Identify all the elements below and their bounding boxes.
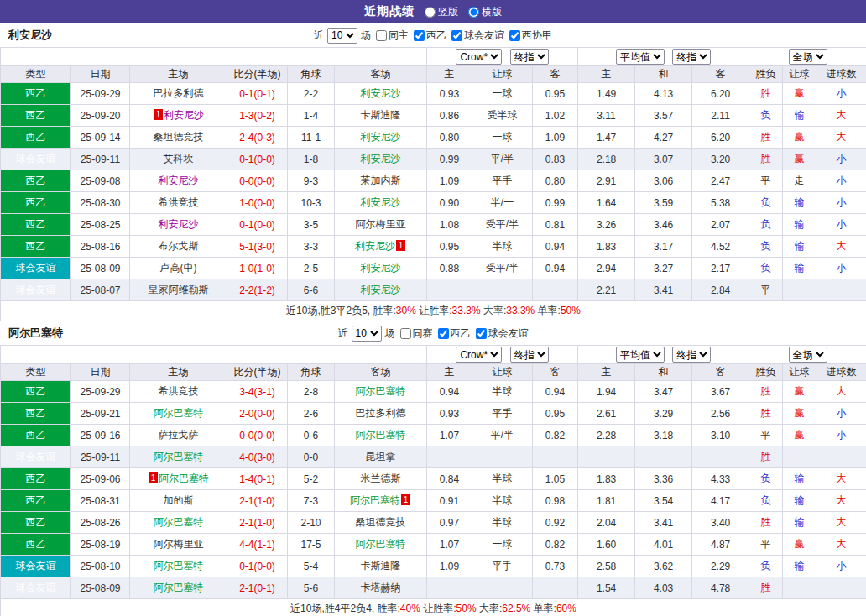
average-controls: 平均值 终指 bbox=[578, 48, 749, 66]
odds-home-cell: 1.07 bbox=[427, 534, 472, 556]
team-link[interactable]: 希洪竞技 bbox=[159, 385, 199, 397]
team-link[interactable]: 利安尼沙 bbox=[361, 262, 401, 274]
team-link[interactable]: 阿尔巴塞特 bbox=[356, 385, 406, 397]
team-link[interactable]: 皇家阿维勒斯 bbox=[149, 284, 209, 295]
date-cell: 25-09-20 bbox=[71, 105, 130, 127]
filter-checkbox[interactable]: 西乙 bbox=[438, 326, 471, 341]
result-cell: 平 bbox=[749, 534, 783, 556]
team-link[interactable]: 布尔戈斯 bbox=[159, 240, 199, 252]
team-link[interactable]: 阿尔巴塞特 bbox=[154, 582, 204, 593]
odds-company-select[interactable]: Crow* bbox=[456, 347, 502, 363]
team-link[interactable]: 阿尔巴塞特 bbox=[356, 538, 406, 550]
team-link[interactable]: 巴拉多利德 bbox=[154, 87, 204, 99]
checkbox-input[interactable] bbox=[451, 30, 462, 41]
checkbox-input[interactable] bbox=[476, 328, 487, 339]
team-link[interactable]: 阿尔巴塞特 bbox=[356, 429, 406, 441]
recent-count-select[interactable]: 10 bbox=[352, 326, 382, 342]
team-link[interactable]: 巴拉多利德 bbox=[356, 407, 406, 419]
team-link[interactable]: 利安尼沙 bbox=[159, 175, 199, 186]
final-odds-select[interactable]: 终指 bbox=[672, 347, 711, 363]
horizontal-layout-radio[interactable] bbox=[468, 7, 479, 18]
recent-count-select[interactable]: 10 bbox=[327, 28, 357, 44]
checkbox-input[interactable] bbox=[400, 328, 411, 339]
team-link[interactable]: 阿尔巴塞特 bbox=[154, 560, 204, 572]
team-link[interactable]: 利安尼沙 bbox=[164, 109, 204, 121]
team-link[interactable]: 萨拉戈萨 bbox=[159, 429, 199, 441]
avg-home-cell: 2.94 bbox=[578, 258, 635, 279]
team-link[interactable]: 阿尔巴塞特 bbox=[350, 494, 400, 506]
match-row: 西乙25-09-16萨拉戈萨0-0(0-0)0-6阿尔巴塞特1.07平/半0.8… bbox=[1, 425, 866, 446]
avg-draw-cell: 4.13 bbox=[635, 83, 692, 105]
filter-checkbox[interactable]: 同赛 bbox=[400, 326, 433, 341]
team-link[interactable]: 利安尼沙 bbox=[361, 131, 401, 143]
team-link[interactable]: 利安尼沙 bbox=[361, 196, 401, 208]
team-link[interactable]: 莱加内斯 bbox=[361, 175, 401, 186]
team-link[interactable]: 阿尔梅里亚 bbox=[154, 538, 204, 550]
team-link[interactable]: 阿尔巴塞特 bbox=[154, 407, 204, 419]
avg-draw-cell: 3.29 bbox=[635, 403, 692, 425]
avg-draw-cell: 3.54 bbox=[635, 490, 692, 512]
scope-select[interactable]: 全场 bbox=[789, 49, 827, 65]
league-cell: 西乙 bbox=[1, 512, 71, 534]
filter-checkbox[interactable]: 西乙 bbox=[414, 29, 446, 43]
odds-away-cell: 0.73 bbox=[533, 556, 578, 577]
handicap-result-cell: 输 bbox=[783, 512, 816, 534]
vertical-layout-radio[interactable] bbox=[425, 7, 436, 18]
filter-checkbox[interactable]: 球会友谊 bbox=[451, 29, 504, 43]
avg-away-cell: 6.20 bbox=[692, 127, 749, 149]
team-link[interactable]: 桑坦德竞技 bbox=[356, 516, 406, 528]
team-link[interactable]: 桑坦德竞技 bbox=[154, 131, 204, 143]
layout-option-horizontal[interactable]: 横版 bbox=[468, 5, 502, 19]
checkbox-input[interactable] bbox=[376, 30, 387, 41]
checkbox-input[interactable] bbox=[414, 30, 425, 41]
avg-away-cell: 3.40 bbox=[692, 512, 749, 534]
filter-checkbox[interactable]: 同主 bbox=[376, 29, 409, 43]
layout-option-vertical[interactable]: 竖版 bbox=[425, 5, 458, 19]
avg-away-cell: 4.87 bbox=[692, 534, 749, 556]
date-cell: 25-09-16 bbox=[71, 425, 130, 446]
team-link[interactable]: 利安尼沙 bbox=[355, 240, 395, 252]
away-team-cell: 阿尔梅里亚 bbox=[335, 214, 427, 236]
final-odds-select[interactable]: 终指 bbox=[510, 49, 549, 65]
team-link[interactable]: 希洪竞技 bbox=[159, 196, 199, 208]
team-link[interactable]: 卡斯迪隆 bbox=[361, 109, 401, 121]
corner-cell: 1-4 bbox=[288, 105, 335, 127]
col-odds-handicap: 让球 bbox=[472, 364, 533, 381]
odds-company-select[interactable]: Crow* bbox=[456, 49, 502, 65]
league-cell: 西乙 bbox=[1, 534, 71, 556]
team-link[interactable]: 昆坦拿 bbox=[366, 451, 396, 462]
team-link[interactable]: 阿尔梅里亚 bbox=[356, 218, 406, 230]
team-link[interactable]: 利安尼沙 bbox=[159, 218, 199, 230]
checkbox-input[interactable] bbox=[438, 328, 449, 339]
team-link[interactable]: 米兰德斯 bbox=[361, 472, 401, 484]
col-home: 主场 bbox=[130, 66, 227, 83]
checkbox-input[interactable] bbox=[509, 30, 520, 41]
col-corner: 角球 bbox=[288, 364, 335, 381]
team-link[interactable]: 阿尔巴塞特 bbox=[159, 472, 209, 484]
final-odds-select[interactable]: 终指 bbox=[672, 49, 711, 65]
average-select[interactable]: 平均值 bbox=[616, 49, 665, 65]
filter-checkbox[interactable]: 球会友谊 bbox=[476, 326, 529, 341]
goals-result-cell: 大 bbox=[816, 127, 866, 149]
final-odds-select[interactable]: 终指 bbox=[510, 347, 549, 363]
team-link[interactable]: 利安尼沙 bbox=[361, 153, 401, 164]
result-cell: 平 bbox=[749, 170, 783, 192]
team-link[interactable]: 卢高(中) bbox=[160, 262, 197, 274]
scope-select[interactable]: 全场 bbox=[789, 347, 827, 363]
team-link[interactable]: 阿尔巴塞特 bbox=[154, 516, 204, 528]
team-link[interactable]: 加的斯 bbox=[164, 494, 194, 506]
team-link[interactable]: 艾科坎 bbox=[164, 153, 194, 164]
league-cell: 西乙 bbox=[1, 403, 71, 425]
score-cell: 2-0(0-0) bbox=[227, 403, 288, 425]
average-select[interactable]: 平均值 bbox=[616, 347, 665, 363]
team-link[interactable]: 利安尼沙 bbox=[361, 284, 401, 295]
avg-draw-cell: 3.62 bbox=[635, 556, 692, 577]
matches-body: 西乙25-09-29希洪竞技3-4(3-1)2-8阿尔巴塞特0.94半球0.94… bbox=[1, 381, 866, 599]
handicap-result-cell: 输 bbox=[783, 105, 816, 127]
team-link[interactable]: 阿尔巴塞特 bbox=[154, 451, 204, 462]
filter-checkbox[interactable]: 西协甲 bbox=[509, 29, 552, 43]
avg-draw-cell: 3.41 bbox=[635, 512, 692, 534]
team-link[interactable]: 卡塔赫纳 bbox=[361, 582, 401, 593]
team-link[interactable]: 利安尼沙 bbox=[361, 87, 401, 99]
team-link[interactable]: 卡斯迪隆 bbox=[361, 560, 401, 572]
